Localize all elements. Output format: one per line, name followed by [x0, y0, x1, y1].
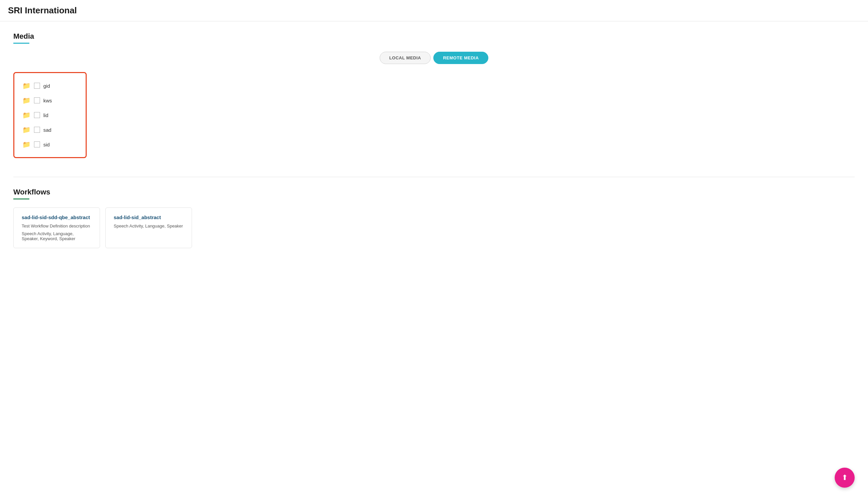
- workflow-card-1-desc: Test Workflow Definition description: [22, 223, 92, 228]
- main-content: Media LOCAL MEDIA REMOTE MEDIA 📁 gid 📁 k…: [0, 21, 868, 272]
- list-item[interactable]: 📁 kws: [22, 93, 78, 108]
- workflow-card-1-title: sad-lid-sid-sdd-qbe_abstract: [22, 214, 92, 220]
- workflow-card-1-tags: Speech Activity, Language, Speaker, Keyw…: [22, 231, 92, 241]
- file-checkbox-gid[interactable]: [34, 83, 40, 89]
- folder-icon: 📁: [22, 96, 31, 104]
- workflow-card-1[interactable]: sad-lid-sid-sdd-qbe_abstract Test Workfl…: [13, 207, 100, 248]
- folder-icon: 📁: [22, 126, 31, 134]
- file-name-sid: sid: [43, 142, 50, 147]
- media-section: Media LOCAL MEDIA REMOTE MEDIA 📁 gid 📁 k…: [13, 32, 855, 163]
- list-item[interactable]: 📁 lid: [22, 108, 78, 122]
- file-browser: 📁 gid 📁 kws 📁 lid 📁 sad 📁: [13, 72, 87, 158]
- file-name-lid: lid: [43, 113, 48, 118]
- workflows-section-title: Workflows: [13, 188, 855, 196]
- page-header: SRI International: [0, 0, 868, 21]
- workflow-card-2-tags: Speech Activity, Language, Speaker: [114, 223, 184, 228]
- app-title: SRI International: [8, 6, 77, 15]
- media-section-underline: [13, 43, 29, 44]
- local-media-button[interactable]: LOCAL MEDIA: [380, 52, 431, 64]
- list-item[interactable]: 📁 sad: [22, 122, 78, 137]
- list-item[interactable]: 📁 sid: [22, 137, 78, 152]
- media-toggle-group: LOCAL MEDIA REMOTE MEDIA: [13, 52, 855, 64]
- list-item[interactable]: 📁 gid: [22, 78, 78, 93]
- workflow-cards-container: sad-lid-sid-sdd-qbe_abstract Test Workfl…: [13, 207, 855, 248]
- remote-media-button[interactable]: REMOTE MEDIA: [433, 52, 488, 64]
- file-checkbox-sad[interactable]: [34, 127, 40, 133]
- file-checkbox-lid[interactable]: [34, 112, 40, 118]
- folder-icon: 📁: [22, 111, 31, 119]
- file-name-sad: sad: [43, 127, 51, 133]
- file-name-gid: gid: [43, 83, 50, 89]
- file-name-kws: kws: [43, 98, 52, 104]
- workflows-section-underline: [13, 199, 29, 200]
- workflows-section: Workflows sad-lid-sid-sdd-qbe_abstract T…: [13, 188, 855, 248]
- section-divider: [13, 177, 855, 177]
- file-checkbox-kws[interactable]: [34, 97, 40, 104]
- media-section-title: Media: [13, 32, 855, 41]
- workflow-card-2[interactable]: sad-lid-sid_abstract Speech Activity, La…: [105, 207, 192, 248]
- folder-icon: 📁: [22, 140, 31, 148]
- file-checkbox-sid[interactable]: [34, 141, 40, 147]
- workflow-card-2-title: sad-lid-sid_abstract: [114, 214, 184, 220]
- folder-icon: 📁: [22, 82, 31, 90]
